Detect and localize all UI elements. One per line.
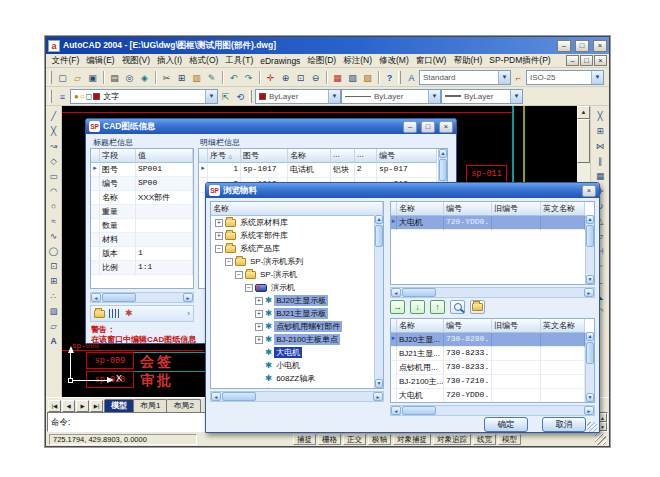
mdi-restore-button[interactable]: □: [580, 55, 593, 66]
arc-icon[interactable]: ◠: [47, 184, 61, 198]
menu-file[interactable]: 文件(F): [48, 55, 83, 67]
table-row[interactable]: 比例 1:1: [91, 261, 193, 275]
layer-combo[interactable]: ● ○ ◻ 文字 ▼: [70, 89, 218, 104]
rectangle-icon[interactable]: ▭: [47, 169, 61, 183]
vertical-scrollbar[interactable]: ▲ ▼: [585, 215, 594, 284]
zoom-realtime-icon[interactable]: ⊕: [278, 70, 293, 85]
scroll-right-icon[interactable]: ▸: [584, 406, 594, 415]
scroll-left-icon[interactable]: ◂: [391, 288, 401, 297]
expand-icon[interactable]: +: [255, 323, 263, 331]
table-row[interactable]: 编号 SP00: [91, 177, 193, 191]
zoom-window-icon[interactable]: ⊡: [293, 70, 308, 85]
column-header-more2[interactable]: ...: [355, 149, 377, 163]
collapse-icon[interactable]: −: [235, 271, 243, 279]
expand-icon[interactable]: +: [255, 310, 263, 318]
table-row[interactable]: BJ21主显... 730-8233...: [391, 347, 594, 361]
toggle-snap[interactable]: 捕捉: [293, 434, 316, 445]
chevron-down-icon[interactable]: ▼: [510, 90, 522, 103]
scroll-right-icon[interactable]: ▸: [584, 288, 594, 297]
menu-sp-pdm-plugin[interactable]: SP-PDM插件(P): [486, 55, 554, 67]
vertical-scrollbar[interactable]: ▲ ▼: [585, 332, 594, 402]
barcode-icon[interactable]: [109, 309, 121, 318]
search-icon[interactable]: [450, 300, 465, 314]
open-folder-icon[interactable]: [470, 300, 485, 314]
menu-format[interactable]: 格式(O): [186, 55, 222, 67]
insert-block-icon[interactable]: ⊡: [47, 259, 61, 273]
mdi-minimize-button[interactable]: –: [566, 55, 579, 66]
horizontal-scrollbar[interactable]: ◂ ▸: [390, 287, 595, 298]
scroll-down-icon[interactable]: ▼: [375, 379, 383, 388]
text-style-combo[interactable]: Standard ▼: [419, 70, 511, 85]
open-icon[interactable]: ▱: [70, 70, 85, 85]
first-tab-icon[interactable]: |◀: [48, 400, 61, 412]
menu-edrawings[interactable]: eDrawings: [257, 56, 304, 66]
plot-icon[interactable]: ▤: [107, 70, 122, 85]
circle-icon[interactable]: ○: [47, 199, 61, 213]
tree-item[interactable]: −SP-演示机: [211, 268, 374, 281]
point-icon[interactable]: ∴: [47, 289, 61, 303]
scroll-up-icon[interactable]: ▲: [375, 215, 383, 224]
horizontal-scrollbar[interactable]: ◂ ▸: [210, 391, 384, 402]
column-header-name[interactable]: 名称: [397, 319, 444, 333]
scrollbar-thumb[interactable]: [402, 288, 436, 297]
tree-item[interactable]: ✱开口销: [211, 385, 374, 389]
table-row[interactable]: 名称 XXX部件: [91, 191, 193, 205]
make-block-icon[interactable]: ⊞: [47, 274, 61, 288]
toolbar-grip[interactable]: [49, 71, 52, 84]
polygon-icon[interactable]: ◇: [47, 154, 61, 168]
help-icon[interactable]: ?: [382, 70, 397, 85]
menu-modify[interactable]: 修改(M): [376, 55, 413, 67]
toggle-lineweight[interactable]: 线宽: [473, 434, 496, 445]
copy-icon[interactable]: ⊞: [174, 70, 189, 85]
dialog-title-bar[interactable]: SP 浏览物料 ×: [206, 183, 599, 198]
new-icon[interactable]: ▢: [55, 70, 70, 85]
toolbar-grip[interactable]: [249, 90, 252, 103]
publish-icon[interactable]: ◈: [137, 70, 152, 85]
open-folder-icon[interactable]: [94, 310, 105, 318]
ellipse-icon[interactable]: ◯: [47, 244, 61, 258]
use-material-icon[interactable]: →: [390, 300, 405, 314]
close-button[interactable]: ×: [593, 40, 607, 52]
toolbar-overflow-icon[interactable]: ›: [187, 309, 190, 318]
pan-realtime-icon[interactable]: ✛: [263, 70, 278, 85]
column-header-en-name[interactable]: 英文名称: [541, 319, 585, 333]
download-icon[interactable]: ↓: [410, 300, 425, 314]
mdi-close-button[interactable]: ×: [594, 55, 607, 66]
menu-help[interactable]: 帮助(H): [450, 55, 486, 67]
scroll-right-icon[interactable]: ▸: [373, 392, 383, 401]
table-row[interactable]: 点钞机用... 730-8233...: [391, 361, 594, 375]
make-layer-current-icon[interactable]: ⇱: [218, 89, 233, 104]
erase-icon[interactable]: ╳: [593, 109, 607, 123]
tree-item[interactable]: +✱点钞机用螺钉部件: [211, 320, 374, 333]
mtext-icon[interactable]: A: [47, 334, 61, 348]
cut-icon[interactable]: ✂: [159, 70, 174, 85]
column-header-old-code[interactable]: 旧编号: [492, 319, 541, 333]
column-header-code[interactable]: 编号: [377, 149, 437, 163]
last-tab-icon[interactable]: ▶|: [90, 400, 103, 412]
scroll-left-icon[interactable]: ◂: [391, 406, 401, 415]
linetype-combo[interactable]: ByLayer ▼: [341, 89, 441, 104]
construction-line-icon[interactable]: ╳: [47, 124, 61, 138]
minimize-button[interactable]: –: [403, 121, 417, 133]
lineweight-combo[interactable]: ByLayer ▼: [441, 89, 523, 104]
toggle-ortho[interactable]: 正交: [343, 434, 366, 445]
column-header-name[interactable]: 名称: [397, 202, 444, 216]
scrollbar-thumb[interactable]: [586, 225, 594, 247]
table-row[interactable]: ▸ BJ20主显... 730-8280...: [391, 333, 594, 347]
chevron-down-icon[interactable]: ▼: [498, 71, 510, 84]
undo-icon[interactable]: ↶: [226, 70, 241, 85]
layer-manager-icon[interactable]: ≡: [55, 89, 70, 104]
scrollbar-thumb[interactable]: [375, 225, 383, 247]
scrollbar-thumb[interactable]: [577, 119, 590, 163]
tab-layout2[interactable]: 布局2: [166, 399, 200, 412]
redo-icon[interactable]: ↷: [241, 70, 256, 85]
scrollbar-thumb[interactable]: [102, 293, 136, 302]
expand-icon[interactable]: +: [255, 297, 263, 305]
chevron-down-icon[interactable]: ▼: [328, 90, 340, 103]
scroll-left-icon[interactable]: ◂: [91, 293, 101, 302]
cancel-button[interactable]: 取消: [542, 417, 586, 432]
tree-item[interactable]: −演示机: [211, 281, 374, 294]
scrollbar-thumb[interactable]: [222, 392, 256, 401]
horizontal-scrollbar[interactable]: ◂ ▸: [390, 405, 595, 416]
expand-icon[interactable]: +: [215, 232, 223, 240]
